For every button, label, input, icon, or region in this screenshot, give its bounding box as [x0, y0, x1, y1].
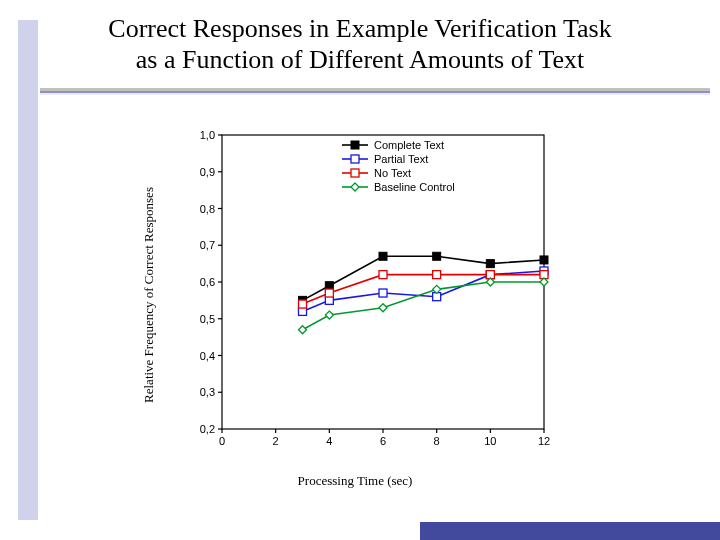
divider-3: [40, 93, 710, 95]
slide: Correct Responses in Example Verificatio…: [0, 0, 720, 540]
svg-marker-53: [379, 304, 387, 312]
svg-text:0,6: 0,6: [200, 276, 215, 288]
svg-text:10: 10: [484, 435, 496, 447]
title-line-2: as a Function of Different Amounts of Te…: [0, 45, 720, 76]
title-line-1: Correct Responses in Example Verificatio…: [0, 14, 720, 45]
svg-text:0,2: 0,2: [200, 423, 215, 435]
svg-rect-61: [351, 155, 359, 163]
svg-text:No Text: No Text: [374, 167, 411, 179]
svg-text:0,9: 0,9: [200, 166, 215, 178]
svg-text:8: 8: [434, 435, 440, 447]
svg-rect-38: [540, 256, 548, 264]
chart-plot: 0,20,30,40,50,60,70,80,91,0024681012Comp…: [184, 125, 554, 465]
svg-rect-36: [433, 252, 441, 260]
svg-marker-67: [351, 183, 359, 191]
svg-text:2: 2: [273, 435, 279, 447]
svg-text:0,8: 0,8: [200, 203, 215, 215]
svg-rect-47: [379, 271, 387, 279]
svg-rect-37: [486, 260, 494, 268]
svg-text:6: 6: [380, 435, 386, 447]
svg-text:Complete Text: Complete Text: [374, 139, 444, 151]
svg-text:0,5: 0,5: [200, 313, 215, 325]
svg-text:Baseline Control: Baseline Control: [374, 181, 455, 193]
svg-marker-51: [299, 326, 307, 334]
svg-text:4: 4: [326, 435, 332, 447]
side-accent-bar: [18, 20, 38, 520]
footer-accent-bar: [420, 522, 720, 540]
chart: Relative Frequency of Correct Responses …: [140, 115, 570, 485]
svg-text:0,7: 0,7: [200, 239, 215, 251]
svg-rect-58: [351, 141, 359, 149]
svg-rect-45: [299, 300, 307, 308]
y-axis-label: Relative Frequency of Correct Responses: [140, 175, 158, 415]
svg-rect-41: [379, 289, 387, 297]
svg-rect-64: [351, 169, 359, 177]
svg-text:12: 12: [538, 435, 550, 447]
slide-title: Correct Responses in Example Verificatio…: [0, 14, 720, 75]
svg-rect-35: [379, 252, 387, 260]
svg-text:0,4: 0,4: [200, 350, 215, 362]
svg-text:Partial Text: Partial Text: [374, 153, 428, 165]
svg-text:0: 0: [219, 435, 225, 447]
svg-rect-48: [433, 271, 441, 279]
svg-marker-52: [325, 311, 333, 319]
x-axis-label: Processing Time (sec): [140, 473, 570, 489]
svg-text:0,3: 0,3: [200, 386, 215, 398]
svg-rect-46: [325, 289, 333, 297]
svg-text:1,0: 1,0: [200, 129, 215, 141]
